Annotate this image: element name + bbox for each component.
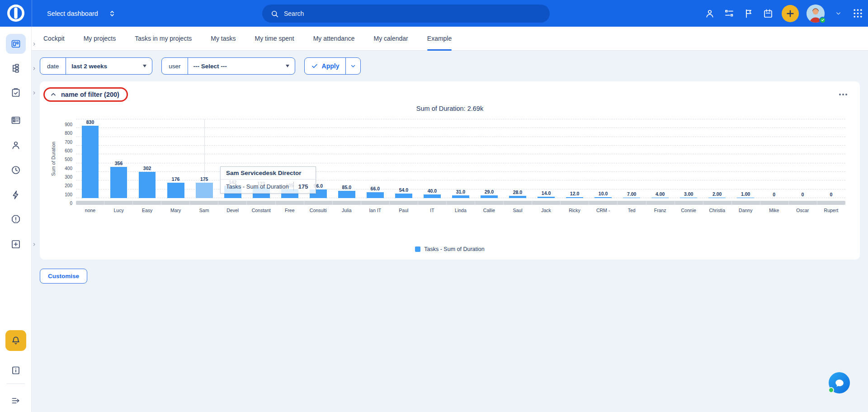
chart-legend[interactable]: Tasks - Sum of Duration	[47, 246, 853, 252]
bar[interactable]	[680, 198, 697, 198]
chart-title: Sum of Duration: 2.69k	[47, 105, 853, 112]
chat-button[interactable]	[829, 372, 850, 393]
tab-example[interactable]: Example	[427, 27, 452, 51]
bar-value-label: 1.00	[741, 191, 750, 197]
bar-value-label: 85.0	[342, 185, 351, 190]
x-axis-label: Lucy	[104, 208, 133, 213]
search-input[interactable]: Search	[262, 5, 550, 23]
annotation-highlight: name of filter (200)	[43, 87, 128, 102]
chart-column-none: 830	[76, 119, 104, 198]
dashboard-selector-label: Select dashboard	[47, 10, 98, 17]
bar[interactable]	[196, 183, 213, 198]
chevron-down-icon	[350, 63, 356, 69]
apps-grid-icon[interactable]	[852, 8, 863, 19]
tab-my-projects[interactable]: My projects	[84, 27, 116, 51]
tooltip-series: Tasks - Sum of Duration	[226, 183, 289, 190]
bar-value-label: 12.0	[570, 191, 579, 196]
sidebar-item-alert[interactable]	[6, 209, 26, 229]
bar[interactable]	[82, 126, 99, 198]
sidebar-item-user[interactable]	[6, 135, 26, 155]
panel-menu-button[interactable]	[836, 91, 850, 98]
sidebar-item-dashboard[interactable]	[6, 34, 26, 54]
dashboard-selector[interactable]: Select dashboard	[44, 0, 119, 27]
bar[interactable]	[509, 196, 526, 198]
tasks-icon[interactable]	[723, 8, 735, 19]
sidebar-item-hierarchy[interactable]	[6, 58, 26, 78]
y-axis-tick: 400	[47, 166, 72, 170]
chevron-down-icon[interactable]	[832, 8, 844, 19]
customise-button[interactable]: Customise	[40, 269, 87, 284]
date-filter-select[interactable]: date last 2 weeks	[40, 57, 152, 75]
bar[interactable]	[167, 183, 184, 198]
sidebar-item-add-square[interactable]	[6, 234, 26, 254]
bar-value-label: 0	[830, 192, 832, 197]
x-axis-label: Constant	[247, 208, 275, 213]
x-axis-label: Saul	[503, 208, 532, 213]
sidebar-item-collapse[interactable]	[6, 391, 26, 411]
bar[interactable]	[566, 197, 583, 198]
collapse-widget-button[interactable]	[50, 91, 57, 98]
bar[interactable]	[395, 194, 412, 198]
bar-value-label: 14.0	[542, 190, 551, 196]
bar[interactable]	[594, 197, 612, 198]
apply-dropdown-button[interactable]	[345, 58, 360, 74]
bar[interactable]	[538, 197, 555, 198]
tooltip-value: 175	[298, 183, 308, 190]
chart-column-mike: 0	[760, 119, 788, 198]
tab-my-time-spent[interactable]: My time spent	[255, 27, 294, 51]
bar[interactable]	[623, 198, 640, 198]
chart-column-franz: 4.00	[646, 119, 675, 198]
bar[interactable]	[452, 195, 469, 198]
chart-column-saul: 28.0	[503, 119, 532, 198]
x-axis-label: Callie	[475, 208, 503, 213]
sort-icon	[108, 9, 116, 18]
user-filter-select[interactable]: user --- Select ---	[161, 57, 295, 75]
sidebar-divider	[7, 384, 25, 384]
content-area: date last 2 weeks user --- Select --- Ap…	[32, 51, 868, 412]
y-axis-tick: 100	[47, 192, 72, 197]
bar-value-label: 356	[115, 161, 123, 166]
x-axis-label: none	[76, 208, 104, 213]
sidebar-item-bolt[interactable]	[6, 185, 26, 205]
apply-split-button: Apply	[304, 57, 361, 75]
bar[interactable]	[367, 192, 384, 198]
bar-value-label: 2.00	[712, 191, 722, 197]
add-button[interactable]	[782, 5, 799, 22]
bar[interactable]	[651, 198, 669, 198]
tab-cockpit[interactable]: Cockpit	[43, 27, 65, 51]
calendar-icon[interactable]	[762, 8, 774, 19]
user-avatar[interactable]	[807, 5, 825, 23]
tab-my-calendar[interactable]: My calendar	[374, 27, 408, 51]
tab-tasks-in-my-projects[interactable]: Tasks in my projects	[135, 27, 192, 51]
sidebar-item-app-window[interactable]	[6, 110, 26, 130]
y-axis-tick: 800	[47, 131, 72, 136]
tab-my-tasks[interactable]: My tasks	[211, 27, 236, 51]
bar[interactable]	[708, 198, 726, 198]
chart-column-ted: 7.00	[618, 119, 646, 198]
bar-value-label: 4.00	[656, 191, 665, 197]
x-axis-label: Oscar	[788, 208, 817, 213]
tab-my-attendance[interactable]: My attendance	[313, 27, 355, 51]
x-axis-label: Consulti	[304, 208, 332, 213]
chart-scrollbar[interactable]	[76, 201, 845, 205]
apply-button[interactable]: Apply	[305, 58, 346, 74]
sidebar-item-clock[interactable]	[6, 160, 26, 180]
bar-value-label: 0	[801, 192, 804, 197]
app-logo-icon[interactable]	[7, 4, 25, 22]
bar[interactable]	[338, 191, 355, 198]
sidebar-item-clipboard-check[interactable]	[6, 83, 26, 103]
flag-icon[interactable]	[743, 8, 755, 19]
sidebar-item-bell[interactable]	[5, 330, 26, 351]
chart-column-oscar: 0	[788, 119, 817, 198]
bar[interactable]	[481, 195, 498, 198]
x-axis-label: Mary	[161, 208, 190, 213]
user-icon[interactable]	[704, 8, 716, 19]
bar[interactable]	[139, 172, 156, 198]
bar[interactable]	[737, 198, 754, 198]
sidebar-item-info[interactable]	[6, 360, 26, 380]
bar[interactable]	[110, 167, 127, 198]
bar[interactable]	[424, 194, 441, 198]
bar-value-label: 54.0	[399, 187, 408, 193]
caret-down-icon	[143, 65, 146, 67]
chart-column-julia: 85.0	[332, 119, 361, 198]
